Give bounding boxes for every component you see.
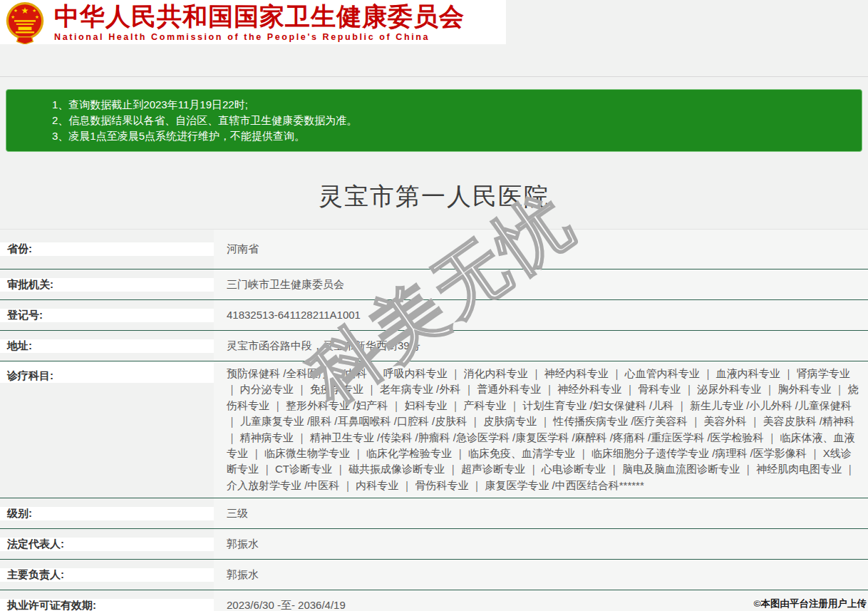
notice-item-3: 3、凌晨1点至凌晨5点系统进行维护，不能提供查询。 (52, 128, 854, 144)
table-row-principal: 主要负责人: 郭振水 (0, 560, 868, 590)
info-table: 省份: 河南省 审批机关: 三门峡市卫生健康委员会 登记号: 41832513-… (0, 229, 868, 611)
row-label: 法定代表人: (0, 538, 214, 551)
table-row-registration-number: 登记号: 41832513-641128211A1001 (0, 300, 868, 331)
china-national-emblem-icon: ★ ★ ★ ★ ★ (4, 1, 46, 44)
row-label: 登记号: (0, 309, 214, 322)
row-value: 三门峡市卫生健康委员会 (214, 269, 868, 299)
table-row-approval-authority: 审批机关: 三门峡市卫生健康委员会 (0, 269, 868, 300)
row-value: 41832513-641128211A1001 (214, 300, 868, 330)
row-label: 地址: (0, 339, 214, 353)
table-row-medical-subjects: 诊疗科目: 预防保健科 /全科医疗科 /内科 ｜ 呼吸内科专业 ｜ 消化内科专业… (0, 361, 868, 498)
site-header: ★ ★ ★ ★ ★ 中华人民共和国国家卫生健康委员会 National Heal… (0, 0, 868, 44)
row-label: 执业许可证有效期: (0, 599, 214, 611)
table-row-license-validity: 执业许可证有效期: 2023/6/30 -至- 2036/4/19 (0, 590, 868, 611)
row-label: 审批机关: (0, 278, 214, 292)
page: ★ ★ ★ ★ ★ 中华人民共和国国家卫生健康委员会 National Heal… (0, 0, 868, 611)
site-title-cn: 中华人民共和国国家卫生健康委员会 (54, 3, 465, 30)
row-value: 灵宝市函谷路中段，灵宝市新华西街39号 (214, 331, 868, 361)
notice-item-1: 1、查询数据截止到2023年11月19日22时; (52, 97, 854, 113)
row-label: 级别: (0, 507, 214, 520)
table-row-address: 地址: 灵宝市函谷路中段，灵宝市新华西街39号 (0, 331, 868, 361)
header-divider (0, 76, 868, 77)
svg-text:★: ★ (32, 8, 36, 13)
row-label: 省份: (0, 242, 214, 256)
table-row-level: 级别: 三级 (0, 498, 868, 529)
attribution-label: ©本图由平台注册用户上传 (754, 597, 867, 610)
notice-box: 1、查询数据截止到2023年11月19日22时; 2、信息数据结果以各省、自治区… (6, 89, 862, 152)
table-row-province: 省份: 河南省 (0, 230, 868, 269)
site-title-en: National Health Commission of the People… (54, 32, 465, 42)
row-value: 河南省 (214, 230, 868, 269)
svg-text:★: ★ (11, 14, 15, 19)
row-label: 诊疗科目: (0, 361, 214, 383)
table-row-legal-representative: 法定代表人: 郭振水 (0, 529, 868, 560)
row-label: 主要负责人: (0, 568, 214, 582)
row-value: 预防保健科 /全科医疗科 /内科 ｜ 呼吸内科专业 ｜ 消化内科专业 ｜ 神经内… (214, 361, 868, 498)
notice-item-2: 2、信息数据结果以各省、自治区、直辖市卫生健康委数据为准。 (52, 113, 854, 128)
row-value: 三级 (214, 498, 868, 528)
row-value: 郭振水 (214, 529, 868, 559)
row-value: 郭振水 (214, 560, 868, 590)
svg-text:★: ★ (21, 5, 29, 15)
svg-text:★: ★ (35, 14, 39, 19)
svg-text:★: ★ (14, 8, 18, 13)
site-header-box: ★ ★ ★ ★ ★ 中华人民共和国国家卫生健康委员会 National Heal… (0, 0, 506, 44)
site-titles: 中华人民共和国国家卫生健康委员会 National Health Commiss… (54, 3, 465, 42)
page-title: 灵宝市第一人民医院 (0, 179, 868, 213)
